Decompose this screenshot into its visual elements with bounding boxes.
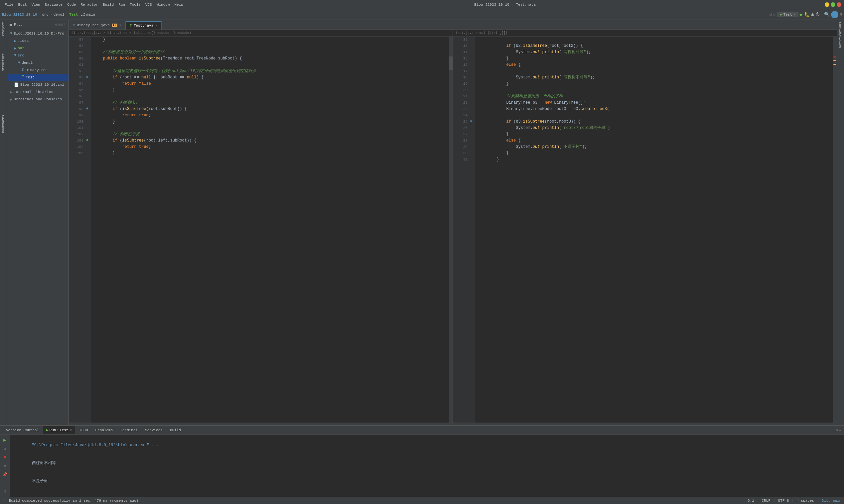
tree-item-scratches[interactable]: ▶ Scratches and Consoles: [7, 96, 69, 103]
settings-button[interactable]: ⚙: [840, 12, 842, 17]
status-sep-1: |: [757, 499, 759, 503]
search-button[interactable]: 🔍: [824, 12, 830, 17]
menu-tools[interactable]: Tools: [128, 2, 143, 7]
demo1-folder-icon: ▼: [18, 60, 20, 65]
line-ending[interactable]: CRLF: [762, 499, 771, 503]
project-tab-label[interactable]: Project: [1, 20, 6, 38]
editor-settings-icon[interactable]: ⋮: [830, 24, 834, 30]
right-hscrollbar[interactable]: [453, 422, 837, 425]
test-tab-close[interactable]: ×: [155, 24, 157, 28]
bottom-tab-build[interactable]: Build: [167, 426, 184, 434]
terminal-tab-label: Terminal: [120, 428, 138, 432]
console-rerun-btn[interactable]: ↺: [1, 445, 8, 452]
bottom-tab-todo[interactable]: TODO: [76, 426, 91, 434]
tab-test[interactable]: T Test.java ×: [126, 21, 161, 30]
run-config-dropdown-icon[interactable]: ▾: [793, 12, 796, 17]
tree-item-test[interactable]: T Test: [7, 74, 69, 81]
run-tab-close[interactable]: ×: [69, 428, 72, 432]
structure-tab-label[interactable]: Structure: [1, 51, 6, 73]
breadcrumb-demo1[interactable]: demo1: [54, 13, 65, 17]
bottom-settings-icon[interactable]: ⚙: [836, 428, 838, 432]
minimize-button[interactable]: [825, 2, 829, 7]
status-sep-4: |: [817, 499, 819, 503]
tree-item-demo1[interactable]: ▼ demo1: [7, 59, 69, 67]
close-button[interactable]: [837, 2, 841, 7]
run-button[interactable]: ▶: [800, 11, 803, 18]
menu-vcs[interactable]: VCS: [143, 2, 154, 7]
right-code-content[interactable]: if (b2.isSameTree(root,root2)) { System.…: [475, 37, 833, 422]
extlibs-label: External Libraries: [14, 90, 53, 94]
menu-edit[interactable]: Edit: [16, 2, 29, 7]
bottom-tab-run[interactable]: ▶ Run: Test ×: [43, 426, 75, 434]
tree-item-project[interactable]: ▼ Blog_J2023_10_10 D:\Pro: [7, 30, 69, 37]
left-line-numbers: 87 88 89 90 91 92 93 94 95 96 97 98 99 1…: [69, 37, 86, 422]
menu-code[interactable]: Code: [65, 2, 78, 7]
code-line-100: }: [93, 119, 449, 125]
maximize-button[interactable]: [831, 2, 836, 7]
editor-panes: BinaryTree.java > BinaryTree > isSubtree…: [69, 30, 837, 425]
run-configuration[interactable]: ▶ Test ▾: [777, 12, 798, 17]
right-code-scroll[interactable]: 12 13 14 15 16 17 18 19 20 21 22 23 24 2…: [453, 37, 837, 422]
left-editor: BinaryTree.java > BinaryTree > isSubtree…: [69, 30, 453, 425]
indent-setting[interactable]: 4 spaces: [796, 499, 814, 503]
tree-item-src[interactable]: ▼ src: [7, 52, 69, 59]
sidebar-sync-icon[interactable]: ⊕: [55, 23, 57, 26]
tree-item-idea[interactable]: ▶ .idea: [7, 37, 69, 44]
bottom-close-icon[interactable]: —: [839, 428, 841, 432]
sidebar-toolbar: ⊕ ⚙ ◫ ⋮: [55, 23, 67, 26]
charset[interactable]: UTF-8: [778, 499, 789, 503]
tree-item-binarytree[interactable]: C BinaryTree: [7, 67, 69, 74]
left-hscrollbar[interactable]: [69, 422, 453, 425]
cursor-position[interactable]: 6:1: [747, 499, 754, 503]
code-line-87: }: [93, 37, 449, 43]
toolbar-right: ◁ ▷ ▶ Test ▾ ▶ 🐛 ◉ ⏱ 🔍 ⚙: [769, 11, 842, 18]
console-pin-btn[interactable]: 📌: [1, 471, 8, 478]
code-line-88: [93, 43, 449, 49]
menu-refactor[interactable]: Refactor: [79, 2, 100, 7]
branch-name[interactable]: main: [86, 13, 95, 17]
profile-button[interactable]: ⏱: [815, 12, 820, 17]
menu-view[interactable]: View: [30, 2, 42, 7]
menu-build[interactable]: Build: [101, 2, 116, 7]
bottom-tab-terminal[interactable]: Terminal: [117, 426, 141, 434]
prev-button[interactable]: ◁: [769, 12, 772, 17]
tree-item-ext-libs[interactable]: ▶ External Libraries: [7, 88, 69, 96]
right-vscrollbar[interactable]: [833, 37, 837, 422]
rcode-line-29: System.out.println("不是子树");: [478, 144, 833, 150]
project-name[interactable]: Blog_J2023_10_10: [2, 13, 37, 17]
left-code-scroll[interactable]: 87 88 89 90 91 92 93 94 95 96 97 98 99 1…: [69, 37, 453, 422]
bottom-tab-problems[interactable]: Problems: [92, 426, 116, 434]
console-clear-btn[interactable]: 🗑: [1, 488, 8, 496]
left-scrollmap[interactable]: [449, 37, 453, 422]
menu-help[interactable]: Help: [173, 2, 185, 7]
menu-file[interactable]: File: [3, 2, 15, 7]
console-wrap-btn[interactable]: ⇌: [1, 462, 8, 469]
menu-run[interactable]: Run: [116, 2, 127, 7]
sidebar-collapse-icon[interactable]: ◫: [61, 23, 63, 26]
menu-window[interactable]: Window: [155, 2, 172, 7]
notifications-tab-label[interactable]: Notifications: [838, 20, 843, 50]
bookmarks-tab-label[interactable]: Bookmarks: [1, 113, 6, 135]
console-stop-btn[interactable]: ■: [1, 453, 8, 461]
left-code-content[interactable]: } /*判断树是否为另一个树的子树*/ public boolean isSub…: [91, 37, 449, 422]
menu-navigate[interactable]: Navigate: [43, 2, 65, 7]
bottom-tab-version-control[interactable]: Version Control: [3, 426, 42, 434]
tab-binarytree[interactable]: C BinaryTree.java ▲5 ×: [69, 21, 126, 30]
binarytree-tab-close[interactable]: ×: [119, 23, 121, 27]
breadcrumb-test[interactable]: Test: [69, 13, 78, 17]
code-line-99: return true;: [93, 112, 449, 119]
bottom-tab-services[interactable]: Services: [142, 426, 166, 434]
warning-badge: ▲5: [112, 23, 117, 27]
content-area: C BinaryTree.java ▲5 × T Test.java × ⋮ B…: [69, 20, 837, 425]
sidebar-settings-icon[interactable]: ⚙: [58, 23, 60, 26]
tree-item-iml[interactable]: 📄 Blog_J2023_10_10.iml: [7, 81, 69, 88]
breadcrumb-src[interactable]: src: [42, 13, 49, 17]
debug-button[interactable]: 🐛: [804, 12, 810, 17]
test-label: Test: [25, 75, 34, 79]
console-run-btn[interactable]: ▶: [1, 436, 8, 444]
sidebar-gear-icon[interactable]: ⋮: [63, 23, 67, 26]
coverage-button[interactable]: ◉: [811, 12, 814, 17]
next-button[interactable]: ▷: [773, 12, 776, 17]
user-avatar[interactable]: [831, 11, 838, 18]
tree-item-out[interactable]: ▶ out: [7, 44, 69, 52]
